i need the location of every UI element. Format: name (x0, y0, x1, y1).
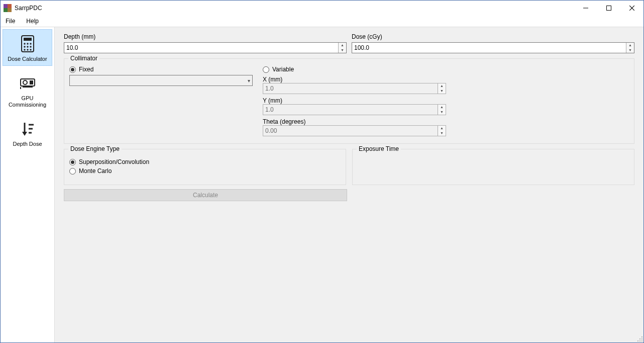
theta-label: Theta (degrees) (263, 118, 305, 125)
svg-point-14 (27, 46, 28, 47)
svg-point-13 (24, 46, 25, 47)
svg-point-33 (639, 340, 640, 341)
y-label: Y (mm) (263, 97, 282, 104)
svg-marker-25 (22, 132, 27, 136)
theta-input: ▲▼ (263, 125, 446, 136)
dose-input-field[interactable] (352, 43, 626, 53)
svg-point-32 (637, 340, 638, 341)
radio-superposition[interactable]: Superposition/Convolution (69, 158, 341, 165)
sidebar-item-label: GPU Commissioning (5, 95, 50, 108)
radio-icon (69, 66, 76, 73)
svg-point-12 (30, 43, 31, 44)
gpu-icon (18, 73, 38, 93)
x-label: X (mm) (263, 76, 282, 83)
svg-point-30 (639, 338, 640, 339)
depth-input-field[interactable] (64, 43, 338, 53)
radio-variable-label: Variable (272, 66, 294, 73)
exposure-time-legend: Exposure Time (357, 145, 401, 152)
svg-point-29 (641, 336, 642, 337)
sidebar-item-depth-dose[interactable]: Depth Dose (3, 115, 52, 150)
theta-spinner: ▲▼ (438, 126, 446, 136)
x-input-field (263, 83, 438, 94)
svg-rect-5 (607, 6, 611, 11)
radio-superposition-label: Superposition/Convolution (79, 158, 149, 165)
menu-file[interactable]: File (4, 17, 17, 26)
svg-point-20 (23, 80, 27, 84)
dose-label: Dose (cGy) (352, 33, 634, 40)
svg-point-15 (30, 46, 31, 47)
dose-engine-group: Dose Engine Type Superposition/Convoluti… (64, 149, 346, 185)
depth-input[interactable]: ▲▼ (64, 42, 347, 53)
svg-rect-0 (4, 4, 8, 8)
y-spinner: ▲▼ (438, 105, 446, 115)
calculate-button[interactable]: Calculate (64, 189, 347, 201)
menu-bar: File Help (1, 16, 643, 27)
maximize-button[interactable] (597, 1, 620, 16)
depth-spinner[interactable]: ▲▼ (338, 43, 346, 53)
window-title: SarrpPDC (15, 5, 42, 12)
fixed-collimator-select[interactable]: ▾ (69, 75, 253, 86)
theta-input-field (263, 126, 438, 136)
sidebar: Dose Calculator GPU Commissioning Depth … (1, 27, 55, 342)
main-panel: Depth (mm) ▲▼ Dose (cGy) ▲▼ Collimator (55, 27, 643, 342)
depth-dose-icon (18, 119, 38, 139)
app-icon (4, 4, 12, 12)
minimize-button[interactable] (574, 1, 597, 16)
radio-fixed-label: Fixed (79, 66, 93, 73)
x-spinner: ▲▼ (438, 83, 446, 94)
y-input: ▲▼ (263, 104, 446, 115)
close-button[interactable] (620, 1, 643, 16)
radio-icon (263, 66, 269, 73)
svg-point-17 (27, 49, 28, 50)
sidebar-item-dose-calculator[interactable]: Dose Calculator (3, 29, 52, 66)
svg-rect-2 (4, 8, 8, 12)
x-input: ▲▼ (263, 83, 446, 94)
work-area: Dose Calculator GPU Commissioning Depth … (1, 27, 643, 342)
collimator-group: Collimator Fixed ▾ Variable (64, 58, 634, 144)
collimator-legend: Collimator (68, 55, 99, 62)
sidebar-item-label: Depth Dose (13, 141, 42, 147)
menu-help[interactable]: Help (24, 17, 41, 26)
svg-point-16 (24, 49, 25, 50)
radio-icon (69, 168, 76, 175)
radio-monte-carlo[interactable]: Monte Carlo (69, 167, 341, 175)
svg-point-18 (30, 49, 31, 50)
exposure-time-group: Exposure Time (352, 149, 634, 185)
svg-rect-1 (8, 4, 12, 8)
calculator-icon (18, 34, 38, 54)
depth-label: Depth (mm) (64, 33, 347, 40)
svg-point-11 (27, 43, 28, 44)
svg-point-31 (641, 338, 642, 339)
svg-rect-21 (30, 80, 33, 84)
resize-grip-icon[interactable] (636, 335, 643, 342)
title-bar: SarrpPDC (1, 1, 643, 16)
svg-rect-3 (8, 8, 12, 12)
calculate-button-label: Calculate (193, 192, 218, 199)
chevron-down-icon: ▾ (248, 78, 250, 83)
dose-input[interactable]: ▲▼ (352, 42, 634, 53)
sidebar-item-gpu-commissioning[interactable]: GPU Commissioning (3, 69, 52, 111)
radio-fixed[interactable]: Fixed (69, 66, 253, 73)
dose-engine-legend: Dose Engine Type (68, 145, 122, 152)
radio-variable[interactable]: Variable (263, 66, 446, 73)
sidebar-item-label: Dose Calculator (8, 56, 47, 62)
y-input-field (263, 105, 438, 115)
radio-monte-carlo-label: Monte Carlo (79, 167, 112, 175)
svg-point-34 (641, 340, 642, 341)
svg-point-10 (24, 43, 25, 44)
svg-rect-9 (24, 38, 32, 41)
radio-icon (69, 159, 76, 165)
dose-spinner[interactable]: ▲▼ (626, 43, 634, 53)
